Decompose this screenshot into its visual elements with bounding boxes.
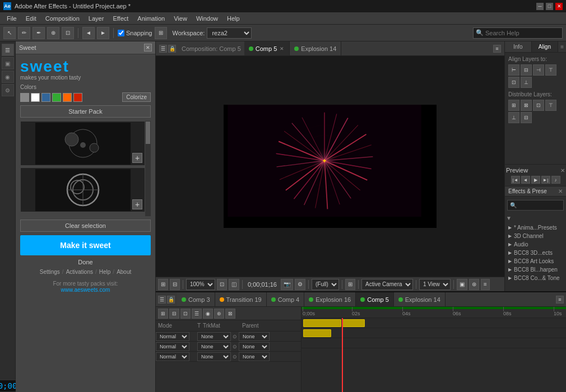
vt-zoom-select[interactable]: 100%	[186, 279, 215, 290]
tl-link-icon-1[interactable]: ⊙	[231, 333, 239, 340]
menu-help[interactable]: Help	[222, 14, 244, 23]
dist-left-btn[interactable]: ⊞	[508, 100, 519, 111]
settings-link[interactable]: Settings	[40, 269, 60, 275]
vt-quality-select[interactable]: (Full)	[312, 279, 339, 290]
track-clip-2a[interactable]	[303, 329, 331, 337]
color-swatch-blue[interactable]	[41, 93, 50, 102]
presets-scrollbar-thumb[interactable]	[146, 122, 150, 144]
tl-parent-select-2[interactable]: None	[239, 342, 270, 351]
track-clip-1a[interactable]	[303, 319, 341, 327]
track-clip-1b[interactable]	[342, 319, 365, 327]
dist-bottom-btn[interactable]: ⊟	[521, 112, 532, 123]
preview-menu-btn[interactable]: ✕	[560, 167, 565, 174]
tool-camera[interactable]: ⊡	[62, 27, 74, 39]
clear-selection-button[interactable]: Clear selection	[20, 220, 151, 232]
effect-group-bcc8-co[interactable]: ▶ BCC8 Co...& Tone	[506, 274, 565, 282]
timeline-lock-btn[interactable]: 🔒	[167, 296, 175, 304]
tl-mode-select-3[interactable]: Normal	[156, 352, 189, 361]
comp-tab-explosion14[interactable]: Explosion 14	[290, 41, 341, 55]
vt-options-btn[interactable]: ⚙	[295, 279, 305, 290]
menu-edit[interactable]: Edit	[21, 14, 41, 23]
tl-trkmat-select-2[interactable]: None	[197, 342, 231, 351]
left-icon-render[interactable]: ◉	[2, 71, 14, 83]
color-swatch-red[interactable]	[73, 93, 82, 102]
snapping-icon[interactable]: ⊞	[155, 27, 167, 39]
preset-add-button-2[interactable]: +	[132, 199, 142, 209]
vt-view-select[interactable]: 1 View	[419, 279, 451, 290]
align-top-btn[interactable]: ⊤	[545, 64, 556, 76]
tool-select[interactable]: ↖	[3, 27, 16, 39]
vt-output-btn[interactable]: ⊛	[469, 279, 479, 290]
align-bottom-btn[interactable]: ⊥	[521, 77, 532, 88]
tl-link-icon-3[interactable]: ⊙	[231, 353, 239, 361]
tl-trkmat-select-3[interactable]: None	[197, 352, 231, 361]
effects-search-input[interactable]	[507, 200, 564, 211]
tool-roto[interactable]: ⊕	[47, 27, 59, 39]
preview-audio-btn[interactable]: ♪	[551, 176, 560, 184]
menu-window[interactable]: Window	[192, 14, 222, 23]
tl-mode-select-1[interactable]: Normal	[156, 332, 189, 341]
vt-snapshot-btn[interactable]: ◫	[229, 279, 239, 290]
comp-options-btn[interactable]: ≡	[493, 45, 501, 53]
vt-camera-select[interactable]: Active Camera	[361, 279, 413, 290]
vt-more-btn[interactable]: ≡	[481, 279, 490, 290]
workspace-select[interactable]: reza2	[207, 27, 252, 39]
minimize-button[interactable]: ─	[536, 3, 544, 10]
snapping-checkbox[interactable]	[118, 30, 124, 36]
comp-tab-comp5[interactable]: Comp 5 ✕	[244, 41, 290, 55]
menu-layer[interactable]: Layer	[84, 14, 109, 23]
colorize-button[interactable]: Colorize	[122, 92, 151, 102]
timeline-menu-btn[interactable]: ☰	[158, 296, 166, 304]
preview-first-frame-btn[interactable]: |◄	[511, 176, 520, 184]
align-left-btn[interactable]: ⊢	[508, 64, 519, 76]
color-swatch-green[interactable]	[52, 93, 61, 102]
effect-group-anima[interactable]: ▶ * Anima...Presets	[506, 223, 565, 232]
playhead[interactable]	[342, 318, 343, 392]
tl-header-btn2[interactable]: ⊟	[169, 309, 179, 319]
align-right-btn[interactable]: ⊣	[533, 64, 544, 76]
comp-menu-btn[interactable]: ☰	[159, 45, 167, 53]
tl-header-btn3[interactable]: ⊡	[180, 309, 191, 319]
dist-top-btn[interactable]: ⊤	[545, 100, 556, 111]
right-panel-menu[interactable]: ≡	[558, 41, 566, 52]
comp-lock-btn[interactable]: 🔒	[168, 45, 176, 53]
color-swatch-orange[interactable]	[63, 93, 72, 102]
tl-mode-select-2[interactable]: Normal	[156, 342, 189, 351]
tl-tab-transition19[interactable]: Transition 19	[215, 292, 267, 306]
activations-link[interactable]: Activations	[66, 269, 93, 275]
presets-scrollbar[interactable]	[145, 121, 151, 216]
left-icon-project[interactable]: ☰	[2, 44, 14, 56]
left-icon-tools[interactable]: ⚙	[2, 84, 14, 96]
align-center-v-btn[interactable]: ⊡	[508, 77, 519, 88]
tool-paint[interactable]: ✒	[33, 27, 45, 39]
vt-grid-btn[interactable]: ⊞	[158, 279, 168, 290]
vt-camera-btn[interactable]: 📷	[281, 279, 293, 290]
sweet-close-button[interactable]: ✕	[144, 44, 152, 52]
tl-parent-select-3[interactable]: None	[239, 352, 270, 361]
tl-parent-select-1[interactable]: None	[239, 332, 270, 341]
effect-group-3dchannel[interactable]: ▶ 3D Channel	[506, 232, 565, 240]
color-swatch-white[interactable]	[31, 93, 40, 102]
effect-group-bcc8-art[interactable]: ▶ BCC8 Art Looks	[506, 257, 565, 265]
tl-tab-explosion16[interactable]: Explosion 16	[304, 292, 356, 306]
preview-next-frame-btn[interactable]: ►|	[541, 176, 550, 184]
tl-tab-comp4[interactable]: Comp 4	[267, 292, 305, 306]
tl-header-btn5[interactable]: ◉	[203, 309, 213, 319]
effects-close-btn[interactable]: ✕	[558, 188, 563, 194]
tool-prev-frame[interactable]: ◄	[82, 27, 95, 39]
vt-fit-btn[interactable]: ⊡	[217, 279, 227, 290]
effect-group-bcc8-3d[interactable]: ▶ BCC8 3D...ects	[506, 249, 565, 257]
effect-group-bcc8-bl[interactable]: ▶ BCC8 Bl...harpen	[506, 265, 565, 274]
tl-tab-explosion14[interactable]: Explosion 14	[394, 292, 446, 306]
tl-tab-comp5[interactable]: Comp 5	[356, 292, 394, 306]
tl-trkmat-select-1[interactable]: None	[197, 332, 231, 341]
effect-group-audio[interactable]: ▶ Audio	[506, 240, 565, 249]
menu-effect[interactable]: Effect	[108, 14, 133, 23]
tl-tab-comp3[interactable]: Comp 3	[177, 292, 215, 306]
help-link[interactable]: Help	[99, 269, 111, 275]
tl-header-btn7[interactable]: ⊠	[225, 309, 235, 319]
about-link[interactable]: About	[117, 269, 131, 275]
dist-center-v-btn[interactable]: ⊥	[508, 112, 519, 123]
menu-file[interactable]: File	[2, 14, 21, 23]
close-button[interactable]: ✕	[555, 3, 563, 10]
